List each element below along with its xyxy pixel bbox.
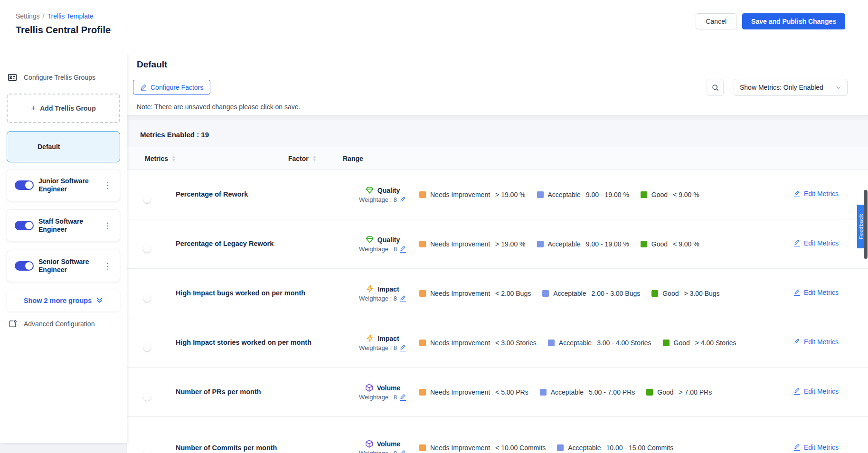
kebab-menu-icon[interactable]: ⋮: [101, 260, 115, 272]
edit-cell: Edit Metrics: [767, 444, 839, 453]
factor: Impact: [366, 284, 399, 293]
range-label: Needs Improvement: [430, 388, 490, 396]
edit-metrics-label: Edit Metrics: [804, 387, 839, 395]
range-value: 3.00 - 4.00 Stories: [597, 339, 651, 347]
edit-weightage-icon[interactable]: [400, 394, 406, 401]
metrics-table: Metrics Enabled : 19 Metrics Factor Rang…: [127, 120, 868, 453]
kebab-menu-icon[interactable]: ⋮: [101, 220, 115, 232]
edit-weightage-icon[interactable]: [400, 295, 406, 302]
trellis-groups-badge-icon: [7, 72, 18, 83]
search-button[interactable]: [707, 79, 724, 96]
factor-cell: ImpactWeightage : 8: [346, 334, 419, 351]
metric-name: High Impact bugs worked on per month: [176, 289, 346, 297]
factor-cell: VolumeWeightage : 8: [346, 439, 419, 453]
factor-cell: ImpactWeightage : 8: [346, 284, 419, 302]
edit-metrics-label: Edit Metrics: [804, 239, 839, 247]
edit-metrics-link[interactable]: Edit Metrics: [794, 444, 839, 451]
edit-weightage-icon[interactable]: [400, 196, 406, 203]
configure-factors-button[interactable]: Configure Factors: [133, 80, 210, 94]
edit-cell: Edit Metrics: [767, 338, 839, 348]
pencil-icon: [794, 387, 800, 395]
gem-icon: [365, 186, 374, 195]
scrollbar-thumb[interactable]: [864, 190, 868, 259]
factor-cell: QualityWeightage : 8: [346, 186, 419, 203]
breadcrumb-trellis-template-link[interactable]: Trellis Template: [47, 12, 93, 20]
range-label: Acceptable: [559, 339, 592, 347]
edit-metrics-label: Edit Metrics: [804, 444, 839, 451]
range-value: < 10.00 Commits: [495, 444, 546, 452]
factor-name: Quality: [377, 187, 400, 194]
weightage-label: Weightage : 8: [359, 295, 397, 302]
table-row: Percentage of ReworkQualityWeightage : 8…: [127, 170, 868, 219]
range-value: < 5.00 PRs: [495, 388, 528, 396]
weightage: Weightage : 8: [359, 196, 406, 203]
edit-weightage-icon[interactable]: [400, 450, 406, 453]
factor: Volume: [365, 383, 401, 392]
advanced-configuration-label: Advanced Configuration: [24, 320, 94, 328]
table-row: Number of Commits per monthVolumeWeighta…: [127, 417, 868, 453]
show-metrics-dropdown[interactable]: Show Metrics: Only Enabled: [734, 79, 848, 96]
range-chip: Good< 9.00 %: [641, 240, 699, 248]
range-color-swatch: [641, 241, 647, 247]
range-chip: Needs Improvement< 2.00 Bugs: [419, 290, 531, 297]
advanced-configuration-link[interactable]: Advanced Configuration: [7, 319, 120, 329]
kebab-menu-icon[interactable]: ⋮: [101, 179, 115, 191]
group-enabled-toggle[interactable]: [15, 261, 34, 271]
range-color-swatch: [542, 290, 549, 297]
range-chip: Good< 9.00 %: [641, 191, 699, 198]
range-color-swatch: [419, 389, 426, 396]
range-value: < 3.00 Stories: [495, 339, 537, 347]
range-color-swatch: [641, 191, 647, 198]
factor-cell: VolumeWeightage : 8: [346, 383, 419, 401]
edit-metrics-link[interactable]: Edit Metrics: [794, 190, 839, 198]
column-header-factor[interactable]: Factor: [288, 147, 317, 170]
edit-metrics-label: Edit Metrics: [804, 289, 839, 296]
range-color-swatch: [419, 444, 426, 451]
range-label: Acceptable: [553, 290, 586, 297]
sidebar-group-card[interactable]: Senior Software Engineer⋮: [7, 250, 120, 282]
range-label: Good: [657, 388, 673, 396]
breadcrumb-settings-link[interactable]: Settings: [16, 12, 40, 20]
group-enabled-toggle[interactable]: [15, 180, 34, 190]
range-color-swatch: [540, 389, 547, 396]
show-more-groups-button[interactable]: Show 2 more groups: [7, 289, 120, 311]
pencil-icon: [794, 444, 800, 451]
group-enabled-toggle[interactable]: [15, 221, 34, 230]
range-chip: Needs Improvement< 5.00 PRs: [419, 388, 528, 396]
add-trellis-group-button[interactable]: + Add Trellis Group: [7, 94, 120, 123]
edit-cell: Edit Metrics: [767, 239, 839, 249]
metrics-table-body: Percentage of ReworkQualityWeightage : 8…: [127, 170, 868, 453]
save-and-publish-button[interactable]: Save and Publish Changes: [742, 13, 845, 29]
range-chip: Acceptable9.00 - 19.00 %: [537, 191, 629, 198]
column-header-metrics[interactable]: Metrics: [145, 147, 176, 170]
range-label: Acceptable: [568, 444, 601, 452]
feedback-tab[interactable]: Feedback: [857, 205, 864, 248]
group-label: Default: [38, 143, 60, 151]
sort-icon[interactable]: [171, 155, 176, 162]
metric-name: Number of PRs per month: [176, 387, 346, 396]
sidebar-group-default[interactable]: Default: [7, 131, 120, 162]
table-row: High Impact stories worked on per monthI…: [127, 318, 868, 368]
edit-metrics-link[interactable]: Edit Metrics: [794, 338, 839, 346]
sort-icon[interactable]: [312, 155, 317, 162]
weightage-label: Weightage : 8: [359, 344, 397, 351]
unsaved-changes-note: Note: There are unsaved changes please c…: [137, 103, 301, 111]
range-color-swatch: [651, 290, 658, 297]
show-more-groups-label: Show 2 more groups: [24, 297, 92, 304]
sidebar-group-card[interactable]: Junior Software Engineer⋮: [7, 169, 120, 201]
advanced-configuration-icon: [8, 319, 18, 329]
sidebar-group-card[interactable]: Staff Software Engineer⋮: [7, 209, 120, 242]
edit-metrics-link[interactable]: Edit Metrics: [794, 239, 839, 247]
edit-weightage-icon[interactable]: [400, 245, 406, 253]
edit-metrics-link[interactable]: Edit Metrics: [794, 387, 839, 395]
cancel-button[interactable]: Cancel: [696, 13, 736, 29]
page-title: Trellis Central Profile: [16, 25, 111, 36]
weightage: Weightage : 8: [359, 295, 406, 302]
configure-factors-label: Configure Factors: [151, 84, 203, 91]
chevron-down-icon: [835, 85, 841, 91]
pencil-icon: [794, 289, 800, 296]
edit-weightage-icon[interactable]: [400, 344, 406, 351]
edit-metrics-link[interactable]: Edit Metrics: [794, 289, 839, 296]
factor-name: Impact: [377, 335, 399, 342]
table-header-row: Metrics Factor Range: [127, 147, 868, 170]
